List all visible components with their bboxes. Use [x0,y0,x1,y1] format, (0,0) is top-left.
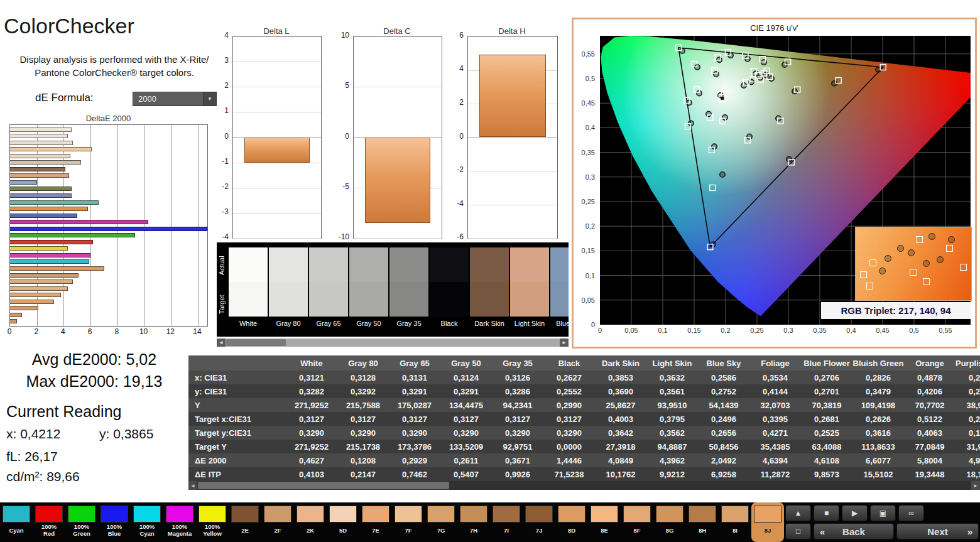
table-cell: 0,4063 [904,428,956,438]
table-cell: 0,2166 [956,415,980,424]
table-cell: 0,4627 [286,456,337,465]
description: Display analysis is performed with the X… [9,53,220,79]
chevron-right-icon: » [967,526,972,537]
table-cell: 6,6077 [852,456,904,465]
measurement-marker [923,260,930,267]
stop-button[interactable]: ■ [814,505,839,521]
y-axis-label: -2 [445,165,464,174]
table-cell: 0,3126 [492,373,543,382]
deltae-bar-row [10,240,207,244]
collapse-button[interactable]: ▲ [785,505,811,521]
toolbar-swatch[interactable]: 100%Cyan [131,502,163,542]
table-cell: 133,5209 [440,442,492,452]
de-formula-dropdown[interactable]: 2000 ▼ [133,92,217,106]
table-cell: 93,9510 [646,401,698,410]
deltae-bar [10,233,135,237]
toolbar-swatch[interactable]: 100%Yellow [196,502,229,542]
actual-swatch [269,247,308,282]
y-axis-label: -5 [330,182,349,191]
deltae-bar-row [10,141,207,145]
toolbar-swatch[interactable]: 7F [392,502,425,542]
toolbar-swatch[interactable]: 100%Red [33,502,65,542]
deltae-bar [10,220,148,224]
scroll-track[interactable] [197,481,971,490]
toolbar-swatch[interactable]: 100%Green [65,502,98,542]
swatch-color [525,506,553,523]
colorchecker-patch: White [229,247,268,327]
toolbar-swatch[interactable]: 8H [686,502,719,542]
table-cell: 0,3127 [389,415,440,424]
table-cell: 0,2264 [956,373,980,382]
actual-swatch [510,247,549,282]
column-header: Blue Flower [801,359,852,368]
column-header: Gray 35 [492,359,543,368]
deltae-bar-row [10,293,207,297]
actual-row-label: Actual [218,247,226,284]
back-button[interactable]: «Back [814,523,894,539]
scroll-right-arrow[interactable]: ► [560,339,569,347]
toolbar-swatch[interactable]: 2K [294,502,327,542]
patch-strip-scrollbar[interactable]: ◄ ► [217,339,569,347]
table-cell: 25,8627 [595,401,646,410]
delta-c-y-axis: 1050-5-10 [332,36,351,237]
reading-cdm2: cd/m²: 89,66 [6,469,80,484]
window-button[interactable]: □ [785,523,811,539]
toolbar-swatch[interactable]: 8I [719,502,751,542]
table-scrollbar[interactable]: ◄ ► [188,481,980,490]
scroll-thumb[interactable] [198,482,449,489]
scroll-left-arrow[interactable]: ◄ [188,481,197,490]
deltae-bar [10,141,73,145]
y-axis-label: 0,4 [571,124,595,131]
deltae-bar [10,147,92,151]
toolbar-swatch[interactable]: 8J [751,502,784,542]
table-cell: 31,9617 [956,442,980,452]
table-cell: 0,2656 [698,428,749,438]
pattern-window-button[interactable]: ▣ [870,505,896,521]
swatch-label: 7I [490,528,523,534]
deltae-bar [10,246,68,251]
gridline [233,62,321,62]
toolbar-swatch[interactable]: 2F [261,502,294,542]
scroll-track[interactable] [226,339,560,347]
table-row: ΔE 20000,46270,12080,29290,26110,36711,4… [188,453,980,467]
stop-icon: ■ [824,509,829,518]
play-button[interactable]: ▶ [842,505,868,521]
table-cell: 0,2626 [852,415,904,424]
table-cell: 271,9252 [286,442,337,452]
deltae-bar [10,207,88,211]
table-row: Y271,9252215,7588175,0287134,447594,2341… [188,398,980,412]
y-axis-label: 0,05 [571,296,595,304]
table-cell: 0,5407 [440,470,492,479]
toolbar-swatch[interactable]: 7G [425,502,457,542]
toolbar-swatch[interactable]: 8G [653,502,686,542]
scroll-thumb[interactable] [226,339,286,346]
toolbar-swatch[interactable]: 7I [490,502,523,542]
deltae-bar-row [10,227,207,231]
target-marker [860,271,867,278]
y-axis-label: 0 [571,321,595,328]
next-button[interactable]: Next» [896,523,979,539]
toolbar-swatch[interactable]: 100%Blue [98,502,131,542]
toolbar-swatch[interactable]: 2E [229,502,261,542]
gridline [233,238,321,239]
scroll-right-arrow[interactable]: ► [971,481,980,490]
table-cell: 0,3127 [440,415,492,424]
toolbar-swatch[interactable]: 8E [588,502,621,542]
table-cell: 0,4878 [904,373,956,382]
x-axis-label: 0 [8,327,12,336]
toolbar-swatch[interactable]: 100%Magenta [163,502,196,542]
toolbar-swatch[interactable]: Cyan [0,502,33,542]
toolbar-swatch[interactable]: 7E [359,502,392,542]
toolbar-swatch[interactable]: 8D [555,502,588,542]
table-cell: 5,8004 [904,456,956,465]
toolbar-swatch[interactable]: 8F [621,502,653,542]
scroll-left-arrow[interactable]: ◄ [217,339,226,347]
table-cell: 0,3131 [389,373,440,382]
table-cell: 0,2752 [698,387,749,396]
cie-1976-panel[interactable]: CIE 1976 u'v' 0,550,50,450,40,350,30,250… [572,18,977,349]
toolbar-swatch[interactable]: 7J [523,502,555,542]
toolbar-swatch[interactable]: 7H [457,502,490,542]
reading-x: x: 0,4212 [6,426,60,442]
toolbar-swatch[interactable]: 5D [327,502,359,542]
continuous-button[interactable]: ∞ [898,505,924,521]
